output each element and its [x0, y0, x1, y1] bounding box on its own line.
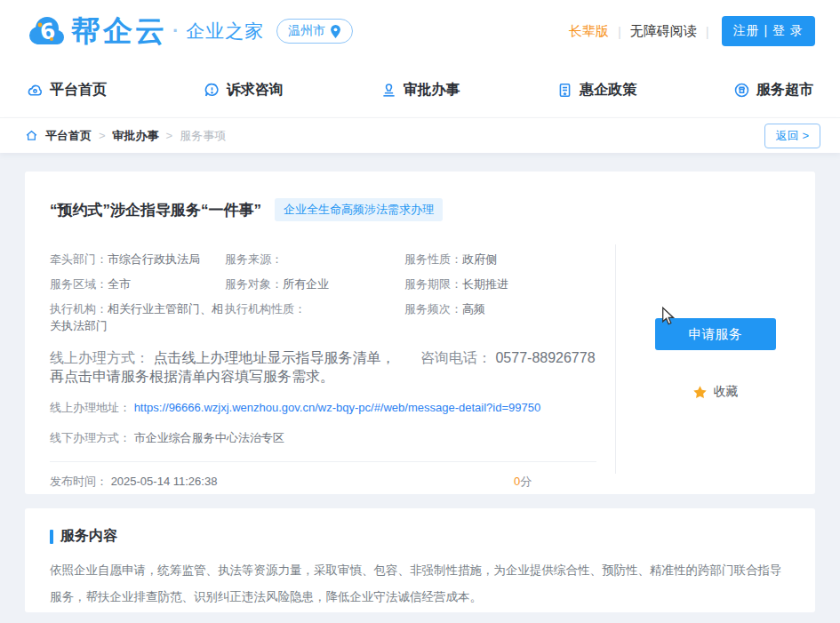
breadcrumb-item-platform-home[interactable]: 平台首页	[45, 128, 92, 144]
online-address-row: 线上办理地址： https://96666.wzjxj.wenzhou.gov.…	[50, 398, 596, 417]
link-divider: |	[706, 24, 709, 39]
service-action-panel: 申请服务 收藏	[615, 172, 815, 494]
publish-time: 发布时间： 2025-05-14 11:26:38	[50, 474, 217, 490]
brand-name: 帮企云	[71, 12, 167, 52]
brand-cloud-logo-icon: 6	[25, 13, 68, 49]
breadcrumb-separator: >	[99, 129, 106, 142]
brand-area: 6 帮企云 · 企业之家 温州市	[25, 12, 353, 52]
main-content: “预约式”涉企指导服务“一件事” 企业全生命高频涉法需求办理 牵头部门：市综合行…	[0, 153, 840, 612]
back-button[interactable]: 返回 >	[764, 124, 820, 148]
nav-label: 服务超市	[756, 81, 813, 100]
nav-label: 审批办事	[404, 81, 460, 100]
main-nav: 平台首页 诉求咨询 审批办事	[0, 62, 840, 118]
field-service-frequency: 服务频次：高频	[404, 300, 596, 334]
field-service-term: 服务期限：长期推进	[404, 276, 596, 292]
favorite-button[interactable]: 收藏	[692, 384, 739, 400]
link-divider: |	[618, 24, 621, 39]
elder-version-link[interactable]: 长辈版	[569, 23, 609, 40]
breadcrumb-separator: >	[166, 129, 173, 142]
field-executing-agency: 执行机构：相关行业主管部门、相关执法部门	[50, 300, 225, 334]
section-accent-bar	[50, 530, 53, 544]
apply-service-button[interactable]: 申请服务	[655, 318, 776, 350]
brand-subtitle: 企业之家	[186, 19, 264, 44]
location-pin-icon	[330, 25, 341, 38]
online-method: 线上办理方式： 点击线上办理地址显示指导服务清单，再点击申请服务根据清单内容填写…	[50, 349, 408, 387]
offline-method-row: 线下办理方式： 市企业综合服务中心法治专区	[50, 428, 596, 447]
field-service-nature: 服务性质：政府侧	[404, 251, 596, 268]
service-title: “预约式”涉企指导服务“一件事”	[50, 200, 261, 220]
field-service-source: 服务来源：	[225, 251, 404, 268]
service-detail-left: “预约式”涉企指导服务“一件事” 企业全生命高频涉法需求办理 牵头部门：市综合行…	[25, 172, 615, 494]
service-market-icon	[733, 82, 750, 99]
home-icon[interactable]	[25, 129, 38, 142]
breadcrumb-item-approval[interactable]: 审批办事	[113, 128, 159, 144]
breadcrumb-bar: 平台首页 > 审批办事 > 服务事项 返回 >	[0, 118, 840, 153]
policy-doc-icon	[556, 82, 573, 99]
nav-item-approval-services[interactable]: 审批办事	[380, 81, 460, 100]
brand-separator-dot: ·	[172, 20, 179, 43]
city-name: 温州市	[288, 23, 325, 39]
online-method-row: 线上办理方式： 点击线上办理地址显示指导服务清单，再点击申请服务根据清单内容填写…	[50, 349, 596, 387]
section-body-text: 依照企业自愿申请，统筹监管、执法等资源力量，采取审慎、包容、非强制性措施，为企业…	[50, 557, 790, 611]
nav-item-service-market[interactable]: 服务超市	[733, 81, 813, 100]
nav-item-platform-home[interactable]: 平台首页	[27, 81, 107, 100]
nav-item-enterprise-policy[interactable]: 惠企政策	[556, 81, 636, 100]
accessibility-link[interactable]: 无障碍阅读	[630, 23, 697, 40]
chat-bubble-icon	[204, 82, 220, 99]
nav-label: 惠企政策	[580, 81, 636, 100]
breadcrumb: 平台首页 > 审批办事 > 服务事项	[25, 128, 226, 144]
consult-phone: 咨询电话： 0577-88926778	[420, 349, 596, 368]
favorite-label: 收藏	[714, 384, 739, 400]
service-fields: 牵头部门：市综合行政执法局 服务来源： 服务性质：政府侧 服务区域：全市 服务对…	[50, 251, 596, 334]
service-content-card: 服务内容 依照企业自愿申请，统筹监管、执法等资源力量，采取审慎、包容、非强制性措…	[25, 508, 815, 612]
breadcrumb-item-current: 服务事项	[180, 128, 226, 144]
cloud-home-icon	[27, 82, 44, 99]
stamp-icon	[380, 82, 397, 99]
publish-row: 发布时间： 2025-05-14 11:26:38 0分	[50, 474, 596, 490]
field-service-target: 服务对象：所有企业	[225, 276, 404, 292]
service-badge: 企业全生命高频涉法需求办理	[275, 198, 443, 221]
field-lead-department: 牵头部门：市综合行政执法局	[50, 251, 225, 268]
register-login-button[interactable]: 注册 | 登 录	[722, 16, 815, 46]
star-icon	[692, 385, 708, 400]
service-detail-card: “预约式”涉企指导服务“一件事” 企业全生命高频涉法需求办理 牵头部门：市综合行…	[25, 172, 815, 494]
section-title: 服务内容	[60, 527, 117, 546]
vertical-divider	[615, 244, 616, 474]
field-agency-nature: 执行机构性质：	[225, 300, 404, 334]
online-address-link[interactable]: https://96666.wzjxj.wenzhou.gov.cn/wz-bq…	[134, 401, 541, 414]
city-selector[interactable]: 温州市	[276, 19, 353, 44]
page-header: 6 帮企云 · 企业之家 温州市 长辈版 | 无障碍阅读 | 注册 | 登 录	[0, 0, 840, 62]
nav-item-appeal-consult[interactable]: 诉求咨询	[204, 81, 284, 100]
nav-label: 诉求咨询	[227, 81, 284, 100]
field-service-region: 服务区域：全市	[50, 276, 225, 292]
section-header: 服务内容	[50, 527, 790, 546]
nav-label: 平台首页	[50, 81, 107, 100]
score-badge: 0分	[514, 474, 532, 490]
divider	[50, 461, 596, 462]
header-links: 长辈版 | 无障碍阅读 | 注册 | 登 录	[569, 16, 815, 46]
